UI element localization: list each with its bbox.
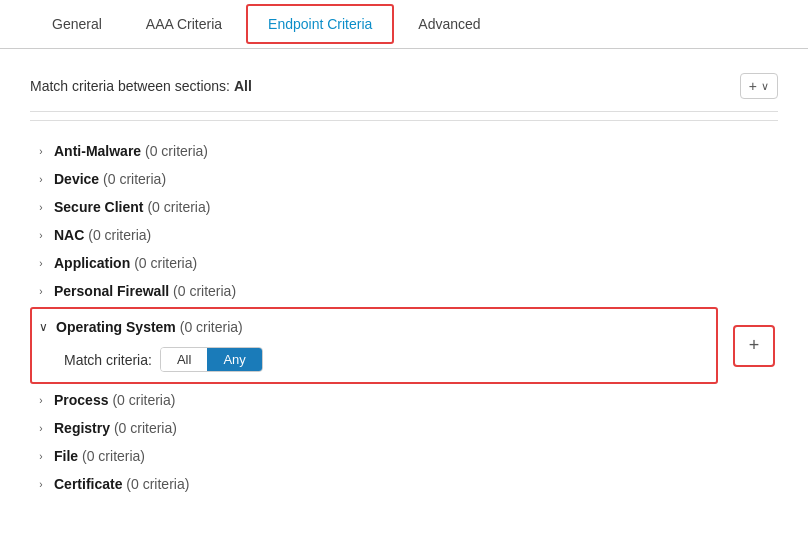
main-content: Match criteria between sections: All + ∨… [0,49,808,522]
divider [30,120,778,121]
toggle-all-button[interactable]: All [161,348,207,371]
list-item[interactable]: › Personal Firewall (0 criteria) [30,277,778,305]
list-item[interactable]: › Registry (0 criteria) [30,414,778,442]
plus-icon: + [749,335,760,356]
list-item[interactable]: › Application (0 criteria) [30,249,778,277]
chevron-right-icon: › [34,449,48,463]
chevron-down-icon: ∨ [761,80,769,93]
criteria-list: › Anti-Malware (0 criteria) › Device (0 … [30,129,778,506]
toggle-group: All Any [160,347,263,372]
chevron-right-icon: › [34,256,48,270]
list-item[interactable]: › NAC (0 criteria) [30,221,778,249]
chevron-right-icon: › [34,144,48,158]
chevron-right-icon: › [34,172,48,186]
os-section-wrap: ∨ Operating System (0 criteria) Match cr… [30,305,718,386]
list-item[interactable]: › Device (0 criteria) [30,165,778,193]
chevron-right-icon: › [34,477,48,491]
os-section: ∨ Operating System (0 criteria) Match cr… [30,307,718,384]
os-match-label: Match criteria: [64,352,152,368]
match-criteria-bar: Match criteria between sections: All + ∨ [30,65,778,112]
add-split-button[interactable]: + ∨ [740,73,778,99]
os-header[interactable]: ∨ Operating System (0 criteria) [32,313,716,341]
chevron-right-icon: › [34,200,48,214]
list-item[interactable]: › Anti-Malware (0 criteria) [30,137,778,165]
list-item[interactable]: › Certificate (0 criteria) [30,470,778,498]
chevron-right-icon: › [34,284,48,298]
list-item[interactable]: › Process (0 criteria) [30,386,778,414]
tab-aaa-criteria[interactable]: AAA Criteria [124,2,244,46]
plus-icon: + [749,78,757,94]
os-row-container: ∨ Operating System (0 criteria) Match cr… [30,305,778,386]
list-item[interactable]: › File (0 criteria) [30,442,778,470]
toggle-any-button[interactable]: Any [207,348,261,371]
chevron-down-icon: ∨ [36,320,50,334]
tab-endpoint-criteria[interactable]: Endpoint Criteria [246,4,394,44]
match-criteria-label: Match criteria between sections: All [30,78,252,94]
list-item[interactable]: › Secure Client (0 criteria) [30,193,778,221]
chevron-right-icon: › [34,421,48,435]
add-os-button[interactable]: + [733,325,775,367]
chevron-right-icon: › [34,228,48,242]
tab-advanced[interactable]: Advanced [396,2,502,46]
chevron-right-icon: › [34,393,48,407]
os-match-criteria-row: Match criteria: All Any [32,341,716,378]
tab-bar: General AAA Criteria Endpoint Criteria A… [0,0,808,49]
tab-general[interactable]: General [30,2,124,46]
